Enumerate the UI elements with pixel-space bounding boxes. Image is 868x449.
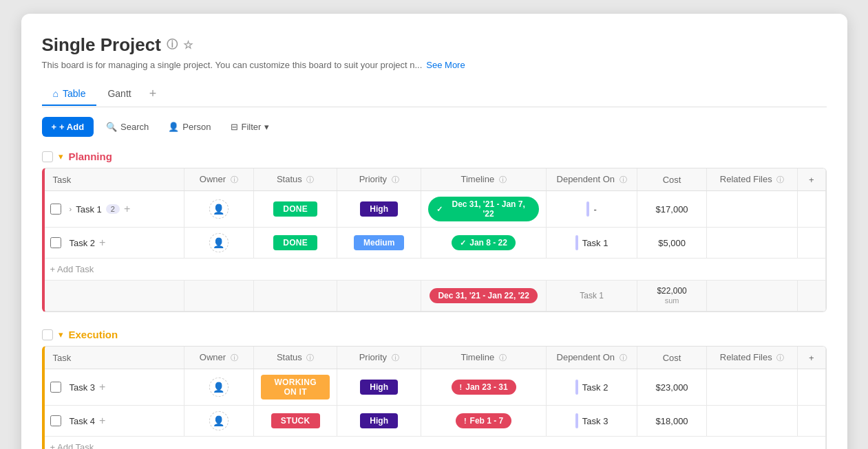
cost-value: $18,000	[656, 416, 688, 426]
add-button[interactable]: + + Add	[42, 117, 94, 137]
cost-cell: $5,000	[637, 228, 706, 259]
execution-header: ▾ Execution	[42, 329, 827, 340]
add-task-row[interactable]: + Add Task	[45, 259, 826, 281]
add-tab-button[interactable]: +	[142, 81, 164, 107]
sum-row: Dec 31, '21 - Jan 22, '22 Task 1 $22,000…	[45, 281, 826, 311]
tab-gantt[interactable]: Gantt	[96, 83, 142, 106]
toolbar: + + Add 🔍 Search 👤 Person ⊟ Filter ▾	[42, 117, 827, 137]
execution-table-wrapper: Task Owner ⓘ Status ⓘ Priority ⓘ Timelin…	[42, 346, 827, 449]
search-button[interactable]: 🔍 Search	[99, 118, 156, 136]
task-cell: Task 4 +	[45, 406, 184, 437]
add-subtask-button[interactable]: +	[99, 415, 105, 427]
col-add-execution[interactable]: +	[797, 347, 825, 369]
task-name: Task 4	[70, 416, 96, 426]
add-task-row[interactable]: + Add Task	[45, 437, 826, 450]
row-expand-icon[interactable]: ›	[70, 205, 72, 213]
planning-checkbox[interactable]	[42, 151, 53, 162]
files-cell	[707, 369, 798, 406]
info-icon[interactable]: ⓘ	[167, 38, 178, 52]
planning-chevron[interactable]: ▾	[59, 151, 63, 162]
status-cell[interactable]: Done	[253, 228, 337, 259]
execution-checkbox[interactable]	[42, 329, 53, 340]
planning-table-wrapper: Task Owner ⓘ Status ⓘ Priority ⓘ Timelin	[42, 168, 827, 312]
priority-cell[interactable]: Medium	[337, 228, 421, 259]
status-cell[interactable]: Stuck	[253, 406, 337, 437]
tab-table[interactable]: ⌂ Table	[42, 83, 97, 106]
col-task-planning: Task	[45, 168, 184, 191]
col-timeline-execution: Timeline ⓘ	[421, 347, 546, 369]
table-row: › Task 1 2 + 👤 Done	[45, 191, 826, 228]
add-task-cell[interactable]: + Add Task	[45, 437, 826, 450]
timeline-cell[interactable]: ✓ Dec 31, '21 - Jan 7, '22	[421, 191, 546, 228]
task-cell: › Task 1 2 +	[45, 191, 184, 228]
timeline-check-icon: ✓	[460, 239, 466, 248]
table-row: Task 4 + 👤 Stuck High	[45, 406, 826, 437]
priority-cell[interactable]: High	[337, 369, 421, 406]
col-owner-planning: Owner ⓘ	[184, 168, 253, 191]
col-cost-planning: Cost	[637, 168, 706, 191]
status-badge: Working on it	[261, 375, 330, 399]
dep-indicator	[575, 413, 578, 428]
dependent-value: -	[593, 204, 596, 215]
col-dependent-planning: Dependent On ⓘ	[547, 168, 637, 191]
sum-empty-3	[253, 281, 337, 311]
row-checkbox[interactable]	[50, 382, 61, 393]
col-add-planning[interactable]: +	[797, 168, 825, 191]
sum-cost-value: $22,000	[657, 286, 686, 296]
col-priority-execution: Priority ⓘ	[337, 347, 421, 369]
sum-files-cell	[707, 281, 798, 311]
timeline-badge: ✓ Dec 31, '21 - Jan 7, '22	[428, 197, 539, 221]
avatar[interactable]: 👤	[209, 377, 229, 397]
avatar[interactable]: 👤	[209, 411, 229, 430]
files-cell	[707, 228, 798, 259]
add-label: + Add	[59, 122, 84, 132]
add-task-cell[interactable]: + Add Task	[45, 259, 826, 281]
add-subtask-button[interactable]: +	[99, 381, 105, 393]
star-icon[interactable]: ☆	[183, 39, 193, 52]
dependent-value: Task 3	[582, 416, 608, 426]
status-cell[interactable]: Working on it	[253, 369, 337, 406]
add-subtask-button[interactable]: +	[99, 237, 105, 249]
execution-chevron[interactable]: ▾	[59, 329, 63, 340]
timeline-cell[interactable]: ! Feb 1 - 7	[421, 406, 546, 437]
priority-cell[interactable]: High	[337, 191, 421, 228]
status-badge: Stuck	[271, 413, 320, 428]
dependent-value: Task 1	[582, 238, 608, 248]
avatar[interactable]: 👤	[209, 199, 229, 219]
avatar[interactable]: 👤	[209, 233, 229, 252]
files-cell	[707, 406, 798, 437]
owner-cell: 👤	[184, 406, 253, 437]
row-checkbox[interactable]	[50, 204, 61, 215]
priority-badge: Medium	[354, 235, 404, 250]
filter-icon: ⊟	[231, 122, 238, 132]
timeline-cell[interactable]: ! Jan 23 - 31	[421, 369, 546, 406]
app-container: Single Project ⓘ ☆ This board is for man…	[21, 14, 847, 449]
filter-button[interactable]: ⊟ Filter ▾	[224, 118, 277, 136]
chevron-down-icon: ▾	[264, 122, 269, 132]
status-cell[interactable]: Done	[253, 191, 337, 228]
timeline-cell[interactable]: ✓ Jan 8 - 22	[421, 228, 546, 259]
add-task-label: + Add Task	[50, 264, 94, 274]
timeline-exclaim-icon: !	[464, 417, 467, 425]
planning-section: ▾ Planning Task Owner ⓘ Status ⓘ	[42, 151, 827, 312]
add-subtask-button[interactable]: +	[124, 203, 130, 215]
sum-empty-2	[184, 281, 253, 311]
dependent-cell: -	[547, 191, 637, 228]
see-more-link[interactable]: See More	[426, 60, 465, 70]
page-description: This board is for managing a single proj…	[42, 60, 827, 70]
timeline-check-icon: ✓	[436, 205, 443, 214]
owner-cell: 👤	[184, 369, 253, 406]
task-cell: Task 3 +	[45, 369, 184, 406]
timeline-badge: ! Feb 1 - 7	[456, 413, 511, 428]
row-checkbox[interactable]	[50, 237, 61, 248]
col-task-execution: Task	[45, 347, 184, 369]
page-title: Single Project	[42, 34, 161, 56]
gantt-tab-label: Gantt	[107, 88, 131, 99]
person-button[interactable]: 👤 Person	[161, 118, 218, 136]
row-checkbox[interactable]	[50, 415, 61, 426]
priority-cell[interactable]: High	[337, 406, 421, 437]
table-tab-icon: ⌂	[53, 88, 59, 99]
files-cell	[707, 191, 798, 228]
sum-empty-1	[45, 281, 184, 311]
col-files-planning: Related Files ⓘ	[707, 168, 798, 191]
